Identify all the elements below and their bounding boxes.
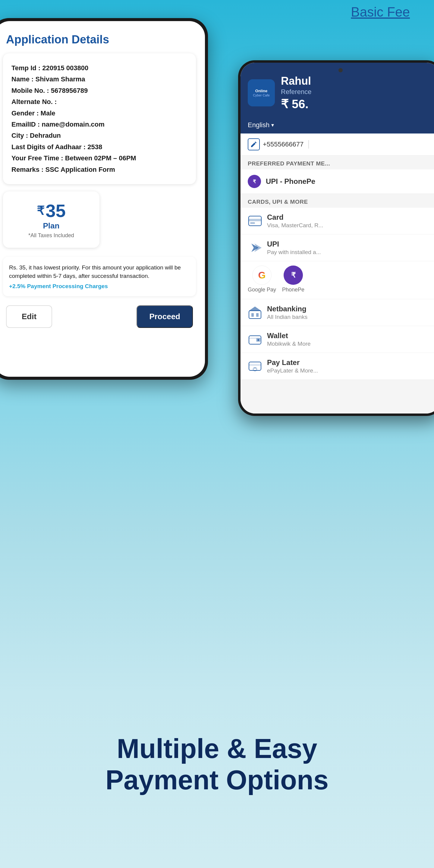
wallet-sub: Mobikwik & More: [267, 341, 433, 347]
logo-text-online: Online: [255, 89, 267, 93]
app-screen-left: Application Details Temp Id : 220915 003…: [0, 21, 205, 377]
netbanking-option-info: Netbanking All Indian banks: [267, 305, 433, 320]
svg-point-14: [257, 339, 259, 341]
proceed-button[interactable]: Proceed: [136, 305, 193, 328]
preferred-upi-option[interactable]: ₹ UPI - PhonePe: [241, 169, 434, 194]
svg-rect-16: [249, 362, 261, 370]
preferred-section-label: PREFERRED PAYMENT ME...: [241, 156, 434, 169]
detail-temp-id: Temp Id : 220915 003800: [11, 62, 187, 73]
svg-marker-9: [249, 307, 261, 311]
card-option-sub: Visa, MasterCard, R...: [267, 222, 433, 229]
camera-notch: [338, 68, 343, 72]
upi-option-sub: Pay with installed a...: [267, 249, 433, 255]
bottom-heading-line1: Multiple & Easy: [117, 734, 317, 764]
card-option[interactable]: Card Visa, MasterCard, R...: [241, 208, 434, 235]
svg-rect-10: [251, 313, 254, 317]
app-details-title: Application Details: [6, 33, 196, 46]
info-text-charges: +2.5% Payment Processing Charges: [9, 283, 190, 290]
edit-icon[interactable]: [248, 138, 260, 150]
netbanking-sub: All Indian banks: [267, 314, 433, 320]
left-phone-screen: Application Details Temp Id : 220915 003…: [0, 21, 205, 377]
netbanking-icon: [248, 305, 262, 320]
netbanking-option[interactable]: Netbanking All Indian banks: [241, 299, 434, 326]
header-amount: ₹ 56.: [281, 97, 433, 111]
wallet-icons-row: G Google Pay ₹ PhonePe: [241, 261, 434, 299]
header-info: Rahul Reference ₹ 56.: [281, 75, 433, 111]
upi-option-name: UPI: [267, 240, 433, 248]
upi-icon: [248, 241, 262, 255]
paylater-sub: ePayLater & More...: [267, 367, 433, 374]
info-text-main: Rs. 35, it has lowest priority. For this…: [9, 264, 190, 281]
header-reference: Reference: [281, 88, 433, 96]
language-selector[interactable]: English ▾: [241, 117, 434, 133]
netbanking-name: Netbanking: [267, 305, 433, 313]
detail-remarks: Remarks : SSC Application Form: [11, 164, 187, 175]
phonepe-label: PhonePe: [282, 287, 304, 293]
preferred-upi-label: UPI - PhonePe: [266, 177, 315, 186]
cards-section-label: CARDS, UPI & MORE: [241, 194, 434, 208]
edit-button[interactable]: Edit: [6, 305, 52, 328]
header-name: Rahul: [281, 75, 433, 87]
header-area: Basic Fee: [193, 0, 434, 24]
info-text-box: Rs. 35, it has lowest priority. For this…: [3, 257, 196, 296]
phone-number: +5555666677: [263, 141, 304, 148]
svg-rect-3: [249, 219, 261, 221]
gpay-circle: G: [252, 266, 272, 285]
logo-text-cyber: Cyber Cafe: [253, 93, 270, 97]
plan-label: Plan: [11, 221, 91, 230]
phonepe-icon-item[interactable]: ₹ PhonePe: [282, 266, 304, 293]
paylater-option[interactable]: Pay Later ePayLater & More...: [241, 353, 434, 380]
bottom-buttons: Edit Proceed: [3, 305, 196, 328]
upi-option-info: UPI Pay with installed a...: [267, 240, 433, 255]
detail-free-time: Your Free Time : Between 02PM – 06PM: [11, 153, 187, 164]
wallet-name: Wallet: [267, 332, 433, 340]
detail-aadhaar: Last Digits of Aadhaar : 2538: [11, 141, 187, 153]
paylater-name: Pay Later: [267, 358, 433, 367]
plan-amount-value: 35: [45, 200, 66, 221]
language-arrow: ▾: [271, 122, 274, 128]
detail-alternate: Alternate No. :: [11, 96, 187, 107]
left-phone: Application Details Temp Id : 220915 003…: [0, 18, 208, 380]
phonepe-icon: ₹: [248, 175, 261, 188]
divider: [308, 140, 309, 149]
plan-amount: ₹ 35: [11, 200, 91, 221]
right-phone: Online Cyber Cafe Rahul Reference ₹ 56. …: [238, 60, 434, 416]
rupee-symbol: ₹: [37, 204, 44, 218]
detail-name: Name : Shivam Sharma: [11, 73, 187, 85]
wallet-option-info: Wallet Mobikwik & More: [267, 332, 433, 347]
payment-header: Online Cyber Cafe Rahul Reference ₹ 56.: [241, 63, 434, 117]
phonepe-circle: ₹: [284, 266, 303, 285]
detail-city: City : Dehradun: [11, 130, 187, 141]
svg-text:₹: ₹: [253, 179, 256, 184]
gpay-label: Google Pay: [248, 287, 276, 293]
plan-row: ₹ 35 Plan *All Taxes Included: [3, 191, 196, 254]
plan-card: ₹ 35 Plan *All Taxes Included: [3, 191, 99, 248]
phone-row: +5555666677: [241, 133, 434, 156]
detail-email: EmailID : name@domain.com: [11, 119, 187, 130]
paylater-option-info: Pay Later ePayLater & More...: [267, 358, 433, 374]
details-card: Temp Id : 220915 003800 Name : Shivam Sh…: [3, 53, 196, 184]
app-logo: Online Cyber Cafe: [248, 79, 275, 106]
svg-rect-11: [256, 313, 258, 317]
gpay-letter: G: [258, 270, 266, 281]
gpay-icon-item[interactable]: G Google Pay: [248, 266, 276, 293]
detail-gender: Gender : Male: [11, 107, 187, 119]
detail-mobile: Mobile No. : 5678956789: [11, 85, 187, 96]
wallet-icon: [248, 332, 262, 347]
plan-taxes: *All Taxes Included: [11, 232, 91, 239]
paylater-icon: [248, 359, 262, 373]
card-option-name: Card: [267, 213, 433, 221]
basic-fee-link[interactable]: Basic Fee: [351, 4, 410, 20]
bottom-heading-text: Multiple & Easy Payment Options: [12, 733, 422, 796]
right-phone-screen: Online Cyber Cafe Rahul Reference ₹ 56. …: [241, 63, 434, 413]
upi-option[interactable]: UPI Pay with installed a...: [241, 235, 434, 261]
card-option-info: Card Visa, MasterCard, R...: [267, 213, 433, 229]
svg-rect-8: [249, 311, 261, 318]
wallet-option[interactable]: Wallet Mobikwik & More: [241, 326, 434, 353]
svg-text:₹: ₹: [291, 271, 296, 279]
bottom-heading: Multiple & Easy Payment Options: [0, 721, 434, 808]
svg-rect-4: [250, 222, 255, 224]
bottom-heading-line2: Payment Options: [105, 765, 329, 795]
card-icon: [248, 214, 262, 228]
payment-screen: Online Cyber Cafe Rahul Reference ₹ 56. …: [241, 63, 434, 413]
